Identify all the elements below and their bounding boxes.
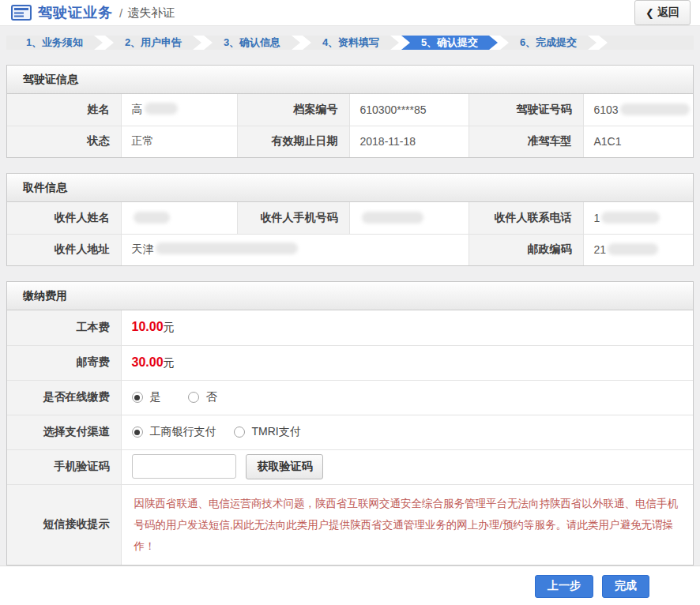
mail-fee-amount: 30.00: [132, 355, 164, 369]
field-value-recipient-phone: 1: [583, 202, 693, 234]
page: 驾驶证业务 / 遗失补证 ❮ 返回 1、业务须知 2、用户申告 3、确认信息 4…: [0, 0, 700, 605]
field-label: 工本费: [7, 310, 121, 345]
field-label: 收件人手机号码: [237, 202, 349, 234]
breadcrumb-current: 遗失补证: [127, 6, 175, 21]
table-row: 短信接收提示 因陕西省联通、电信运营商技术问题，陕西省互联网交通安全综合服务管理…: [7, 484, 693, 565]
step-3-confirm-info[interactable]: 3、确认信息: [204, 36, 300, 50]
redaction-blur: [608, 243, 658, 255]
online-pay-options: 是 否: [121, 380, 693, 415]
back-button[interactable]: ❮ 返回: [634, 0, 691, 25]
table-row: 手机验证码 获取验证码: [7, 449, 693, 484]
radio-online-pay-no[interactable]: 否: [188, 390, 217, 404]
done-button[interactable]: 完成: [602, 575, 649, 598]
table-row: 姓名 高 档案编号 610300****85 驾驶证号码 6103: [7, 94, 693, 126]
field-value-work-fee: 10.00元: [121, 310, 693, 345]
step-label: 1、业务须知: [26, 36, 83, 50]
field-value-recipient-mobile: [349, 202, 469, 234]
field-label: 收件人地址: [7, 234, 121, 265]
radio-label: 是: [150, 390, 161, 404]
field-value-status: 正常: [121, 126, 237, 157]
step-2-declaration[interactable]: 2、用户申告: [105, 36, 201, 50]
sms-notice-cell: 因陕西省联通、电信运营商技术问题，陕西省互联网交通安全综合服务管理平台无法向持陕…: [121, 484, 693, 565]
radio-label: 否: [206, 390, 217, 404]
field-label: 手机验证码: [7, 449, 121, 484]
radio-icon: [132, 392, 143, 403]
field-value-file-no: 610300****85: [349, 94, 469, 126]
radio-icon: [132, 427, 143, 438]
field-label: 状态: [7, 126, 121, 157]
table-row: 邮寄费 30.00元: [7, 345, 693, 380]
field-label: 收件人联系电话: [469, 202, 583, 234]
header: 驾驶证业务 / 遗失补证 ❮ 返回: [0, 0, 700, 26]
field-value-mail-fee: 30.00元: [121, 345, 693, 380]
field-label: 有效期止日期: [237, 126, 349, 157]
step-4-fill-data[interactable]: 4、资料填写: [303, 36, 399, 50]
redaction-blur: [134, 212, 170, 224]
step-label: 2、用户申告: [125, 36, 182, 50]
table-row: 状态 正常 有效期止日期 2018-11-18 准驾车型 A1C1: [7, 126, 693, 157]
field-value-license-no: 6103: [583, 94, 693, 126]
table-row: 工本费 10.00元: [7, 310, 693, 345]
sms-code-row: 获取验证码: [121, 449, 693, 484]
payment-table: 工本费 10.00元 邮寄费 30.00元 是否在线缴费 是 否 选择支付渠道: [7, 310, 693, 565]
field-label: 短信接收提示: [7, 484, 121, 565]
license-info-table: 姓名 高 档案编号 610300****85 驾驶证号码 6103 状态 正常 …: [7, 94, 693, 157]
field-label: 是否在线缴费: [7, 380, 121, 415]
radio-channel-icbc[interactable]: 工商银行支付: [132, 425, 216, 439]
field-label: 准驾车型: [469, 126, 583, 157]
back-chevron-icon: ❮: [645, 7, 654, 19]
get-code-button[interactable]: 获取验证码: [246, 454, 323, 479]
back-button-label: 返回: [657, 6, 679, 20]
step-label: 4、资料填写: [322, 36, 379, 50]
field-value-vehicle-class: A1C1: [583, 126, 693, 157]
page-title: 驾驶证业务: [38, 3, 113, 22]
license-info-panel: 驾驶证信息 姓名 高 档案编号 610300****85 驾驶证号码 6103 …: [6, 65, 694, 158]
field-label: 邮寄费: [7, 345, 121, 380]
redaction-blur: [145, 103, 178, 115]
radio-icon: [188, 392, 199, 403]
pickup-info-title: 取件信息: [7, 174, 693, 202]
table-row: 收件人姓名 收件人手机号码 收件人联系电话 1: [7, 202, 693, 234]
sms-code-input[interactable]: [132, 454, 236, 479]
radio-icon: [234, 427, 245, 438]
step-label: 6、完成提交: [520, 36, 577, 50]
step-6-complete[interactable]: 6、完成提交: [500, 36, 597, 50]
table-row: 是否在线缴费 是 否: [7, 380, 693, 415]
radio-online-pay-yes[interactable]: 是: [132, 390, 161, 404]
step-1-notice[interactable]: 1、业务须知: [6, 36, 103, 50]
field-value-postal-code: 21: [583, 234, 693, 265]
field-value-recipient-name: [121, 202, 237, 234]
redaction-blur: [156, 242, 298, 254]
license-info-title: 驾驶证信息: [7, 66, 693, 94]
field-label: 选择支付渠道: [7, 415, 121, 449]
currency-unit: 元: [164, 321, 175, 333]
field-label: 姓名: [7, 94, 121, 126]
sms-notice-text: 因陕西省联通、电信运营商技术问题，陕西省互联网交通安全综合服务管理平台无法向持陕…: [134, 493, 679, 557]
step-label: 3、确认信息: [224, 36, 280, 50]
field-label: 邮政编码: [469, 234, 583, 265]
step-wizard: 1、业务须知 2、用户申告 3、确认信息 4、资料填写 5、确认提交 6、完成提…: [6, 36, 694, 50]
field-value-recipient-address: 天津: [121, 234, 469, 265]
table-row: 收件人地址 天津 邮政编码 21: [7, 234, 693, 265]
payment-title: 缴纳费用: [7, 282, 693, 310]
radio-label: 工商银行支付: [150, 425, 216, 439]
step-5-confirm-submit[interactable]: 5、确认提交: [401, 36, 498, 50]
radio-channel-tmri[interactable]: TMRI支付: [234, 425, 301, 439]
pickup-info-table: 收件人姓名 收件人手机号码 收件人联系电话 1 收件人地址 天津 邮政编码 21: [7, 202, 693, 265]
work-fee-amount: 10.00: [132, 320, 164, 333]
step-label: 5、确认提交: [421, 36, 478, 50]
redaction-blur: [362, 212, 423, 224]
field-label: 档案编号: [237, 94, 349, 126]
redaction-blur: [620, 103, 690, 115]
table-row: 选择支付渠道 工商银行支付 TMRI支付: [7, 415, 693, 449]
redaction-blur: [601, 212, 660, 224]
payment-panel: 缴纳费用 工本费 10.00元 邮寄费 30.00元 是否在线缴费 是 否: [6, 281, 694, 566]
radio-label: TMRI支付: [252, 425, 301, 439]
step-bar-filler: [599, 36, 694, 50]
field-value-valid-until: 2018-11-18: [349, 126, 469, 157]
breadcrumb-separator: /: [119, 6, 122, 20]
license-form-icon: [11, 5, 32, 21]
payment-channel-options: 工商银行支付 TMRI支付: [121, 415, 693, 449]
previous-step-button[interactable]: 上一步: [535, 575, 593, 598]
currency-unit: 元: [164, 356, 175, 369]
